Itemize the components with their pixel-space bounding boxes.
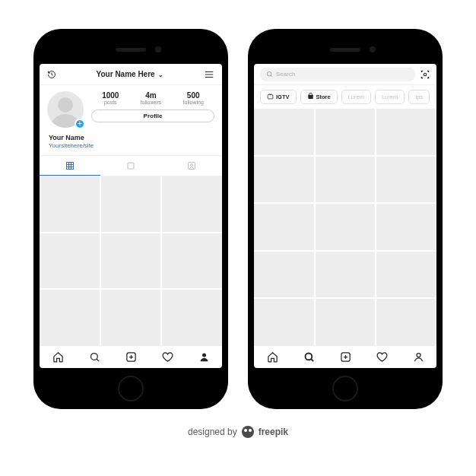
search-icon bbox=[266, 71, 273, 78]
svg-line-22 bbox=[311, 359, 313, 361]
attribution: designed by freepik bbox=[188, 426, 288, 438]
stat-following[interactable]: 500 following bbox=[183, 91, 204, 106]
post-thumbnail[interactable] bbox=[162, 290, 222, 345]
search-placeholder: Search bbox=[276, 71, 295, 78]
stat-followers-label: followers bbox=[141, 100, 162, 106]
explore-thumbnail[interactable] bbox=[254, 299, 314, 345]
svg-line-18 bbox=[271, 75, 272, 77]
stat-posts[interactable]: 1000 posts bbox=[102, 91, 119, 106]
profile-view-tabs bbox=[40, 155, 222, 176]
chip-igtv-label: IGTV bbox=[276, 94, 290, 100]
phone-home-button[interactable] bbox=[118, 376, 144, 401]
bottom-nav bbox=[254, 345, 436, 368]
explore-thumbnail[interactable] bbox=[316, 157, 376, 203]
stat-followers-value: 4m bbox=[141, 91, 162, 100]
phone-mockup-search: Search IGTV Store bbox=[248, 29, 443, 409]
explore-thumbnail[interactable] bbox=[254, 109, 314, 155]
chip-category[interactable]: Ips bbox=[408, 90, 430, 104]
chip-category[interactable]: Lorem bbox=[375, 90, 405, 104]
svg-line-12 bbox=[97, 359, 99, 361]
tv-icon bbox=[267, 93, 274, 101]
phone-home-button[interactable] bbox=[332, 376, 358, 401]
attribution-brand: freepik bbox=[259, 427, 288, 437]
stat-posts-value: 1000 bbox=[102, 91, 119, 100]
chevron-down-icon: ⌄ bbox=[158, 71, 163, 78]
add-story-badge[interactable]: + bbox=[75, 119, 85, 129]
bottom-nav bbox=[40, 345, 222, 368]
svg-point-21 bbox=[305, 354, 312, 360]
svg-point-17 bbox=[268, 72, 271, 76]
nav-profile[interactable] bbox=[400, 346, 436, 368]
explore-grid bbox=[254, 109, 436, 345]
profile-avatar[interactable]: + bbox=[47, 91, 84, 128]
post-thumbnail[interactable] bbox=[40, 290, 100, 345]
search-input[interactable]: Search bbox=[260, 68, 415, 81]
post-thumbnail[interactable] bbox=[162, 176, 222, 232]
explore-thumbnail[interactable] bbox=[376, 299, 436, 345]
post-thumbnail[interactable] bbox=[101, 290, 161, 345]
search-screen: Search IGTV Store bbox=[254, 64, 436, 368]
profile-bio: Your Name Yoursitehere/site bbox=[40, 131, 222, 155]
explore-thumbnail[interactable] bbox=[254, 252, 314, 298]
explore-thumbnail[interactable] bbox=[316, 204, 376, 250]
nav-activity[interactable] bbox=[149, 346, 186, 368]
explore-thumbnail[interactable] bbox=[376, 157, 436, 203]
stat-following-value: 500 bbox=[183, 91, 204, 100]
feed-view-tab[interactable] bbox=[100, 156, 161, 176]
history-icon[interactable] bbox=[47, 70, 56, 79]
profile-website-link[interactable]: Yoursitehere/site bbox=[49, 142, 213, 150]
nav-new-post[interactable] bbox=[113, 346, 149, 368]
svg-rect-8 bbox=[128, 163, 134, 169]
explore-thumbnail[interactable] bbox=[316, 252, 376, 298]
chip-store[interactable]: Store bbox=[300, 90, 338, 104]
explore-thumbnail[interactable] bbox=[376, 252, 436, 298]
post-thumbnail[interactable] bbox=[40, 176, 100, 232]
post-thumbnail[interactable] bbox=[162, 233, 222, 289]
nav-new-post[interactable] bbox=[327, 346, 363, 368]
post-thumbnail[interactable] bbox=[40, 233, 100, 289]
stat-following-label: following bbox=[183, 100, 204, 106]
phone-front-camera bbox=[155, 46, 161, 52]
grid-view-tab[interactable] bbox=[40, 156, 100, 176]
chip-store-label: Store bbox=[316, 94, 331, 100]
explore-category-chips: IGTV Store Lorem Lorem Ips bbox=[254, 85, 436, 109]
explore-thumbnail[interactable] bbox=[316, 109, 376, 155]
phone-speaker bbox=[116, 48, 146, 52]
nav-search[interactable] bbox=[76, 346, 113, 368]
profile-username-title[interactable]: Your Name Here ⌄ bbox=[56, 70, 204, 78]
nav-search[interactable] bbox=[290, 346, 327, 368]
nav-home[interactable] bbox=[254, 346, 290, 368]
hamburger-menu-icon[interactable] bbox=[204, 69, 214, 80]
edit-profile-button[interactable]: Profile bbox=[91, 109, 214, 122]
explore-thumbnail[interactable] bbox=[254, 204, 314, 250]
profile-display-name: Your Name bbox=[49, 134, 213, 142]
phone-top-bezel bbox=[40, 35, 222, 64]
explore-thumbnail[interactable] bbox=[254, 157, 314, 203]
nav-activity[interactable] bbox=[363, 346, 400, 368]
svg-point-16 bbox=[202, 354, 206, 357]
explore-thumbnail[interactable] bbox=[316, 299, 376, 345]
post-thumbnail[interactable] bbox=[101, 233, 161, 289]
profile-header: Your Name Here ⌄ bbox=[40, 64, 222, 85]
svg-point-11 bbox=[90, 354, 97, 360]
explore-thumbnail[interactable] bbox=[376, 204, 436, 250]
stat-followers[interactable]: 4m followers bbox=[141, 91, 162, 106]
nav-profile[interactable] bbox=[186, 346, 222, 368]
svg-rect-20 bbox=[268, 95, 273, 99]
scan-icon[interactable] bbox=[420, 69, 430, 80]
post-thumbnail[interactable] bbox=[101, 176, 161, 232]
profile-screen: Your Name Here ⌄ + 1000 posts bbox=[40, 64, 222, 368]
svg-rect-3 bbox=[67, 162, 74, 169]
chip-igtv[interactable]: IGTV bbox=[260, 90, 297, 104]
explore-thumbnail[interactable] bbox=[376, 109, 436, 155]
phone-front-camera bbox=[370, 46, 376, 52]
svg-point-19 bbox=[424, 73, 427, 76]
phone-mockup-profile: Your Name Here ⌄ + 1000 posts bbox=[33, 29, 228, 409]
chip-category[interactable]: Lorem bbox=[341, 90, 371, 104]
phone-speaker bbox=[330, 48, 360, 52]
profile-stats: 1000 posts 4m followers 500 following Pr… bbox=[91, 91, 214, 122]
profile-posts-grid bbox=[40, 176, 222, 345]
nav-home[interactable] bbox=[40, 346, 76, 368]
bag-icon bbox=[307, 93, 314, 101]
tagged-view-tab[interactable] bbox=[161, 156, 222, 176]
